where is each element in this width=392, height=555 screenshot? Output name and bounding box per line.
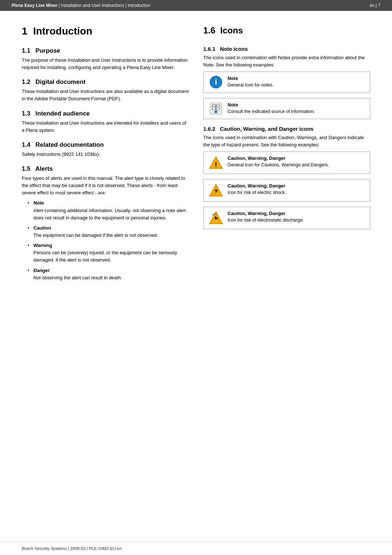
left-column: 1 Introduction 1.1 Purpose The purpose o… [22,25,189,284]
triangle-electric-icon [209,183,223,198]
section-1-5-intro: Four types of alerts are used in this ma… [22,175,189,197]
svg-text:⚡: ⚡ [214,219,219,223]
section-1-2-body: These Installation and User Instructions… [22,88,189,102]
header-doc-rest: | Installation and User Instructions | I… [57,3,150,8]
page-number: en | 7 [369,3,380,8]
product-name: Plena Easy Line Mixer [12,3,57,8]
section-1-1-body: The purpose of these Installation and Us… [22,57,189,71]
list-item: Danger Not observing the alert can resul… [28,267,189,281]
main-content: 1 Introduction 1.1 Purpose The purpose o… [0,11,392,313]
svg-rect-3 [212,105,216,110]
caution-box-electric-content: Caution, Warning, Danger Icon for risk o… [228,183,286,196]
right-column: 1.6 Icons 1.6.1 Note icons The icons use… [203,25,370,284]
caution-box-static-content: Caution, Warning, Danger Icon for risk o… [228,211,304,224]
note-box-book-content: Note Consult the indicated source of inf… [228,102,315,115]
caution-box-general: ! Caution, Warning, Danger General icon … [203,151,370,174]
svg-rect-20 [215,216,216,219]
list-item: Caution The equipment can be damaged if … [28,224,189,239]
svg-text:i: i [215,77,217,86]
caution-box-electric: Caution, Warning, Danger Icon for risk o… [203,179,370,202]
section-1-4-body: Safety Instructions (9922 141 1036x). [22,151,189,158]
section-1-6-1-intro: The icons used in combination with Notes… [203,54,370,69]
section-1-3-heading: 1.3 Intended audience [22,110,189,117]
header-bar: Plena Easy Line Mixer | Installation and… [0,0,392,11]
header-title: Plena Easy Line Mixer | Installation and… [12,3,150,8]
section-1-5-heading: 1.5 Alerts [22,165,189,173]
section-1-6-1-heading: 1.6.1 Note icons [203,46,370,52]
note-box-info: i Note General icon for notes. [203,72,370,93]
book-icon: i [209,102,223,115]
footer-text: Bosch Security Systems | 2008-03 | PLE-1… [22,546,122,551]
triangle-static-icon: ⚡ [209,211,223,225]
triangle-general-icon: ! [209,155,223,170]
list-item: Warning Persons can be (severely) injure… [28,242,189,264]
svg-line-23 [214,214,215,215]
caution-box-general-content: Caution, Warning, Danger General icon fo… [228,155,329,169]
right-chapter-heading: 1.6 Icons [203,25,370,36]
section-1-1-heading: 1.1 Purpose [22,47,189,54]
section-1-4-heading: 1.4 Related documentation [22,141,189,149]
svg-rect-4 [216,105,220,110]
footer: Bosch Security Systems | 2008-03 | PLE-1… [0,542,392,555]
section-1-6-2-heading: 1.6.2 Caution, Warning, and Danger icons [203,126,370,132]
svg-rect-21 [216,217,217,219]
note-box-book: i Note Consult the indicated source of i… [203,98,370,119]
chapter-heading: 1 Introduction [22,25,189,37]
svg-text:!: ! [215,161,217,169]
note-box-info-content: Note General icon for notes. [228,76,273,89]
section-1-6-2-intro: The icons used in combination with Cauti… [203,134,370,149]
list-item: Note Alert containing additional informa… [28,199,189,221]
section-1-3-body: These Installation and User Instructions… [22,119,189,134]
svg-line-22 [212,214,213,215]
section-1-2-heading: 1.2 Digital document [22,78,189,86]
alerts-list: Note Alert containing additional informa… [28,199,189,281]
info-blue-icon: i [209,76,223,89]
caution-box-static: ⚡ Caution, Warning, Danger Icon for risk… [203,207,370,229]
